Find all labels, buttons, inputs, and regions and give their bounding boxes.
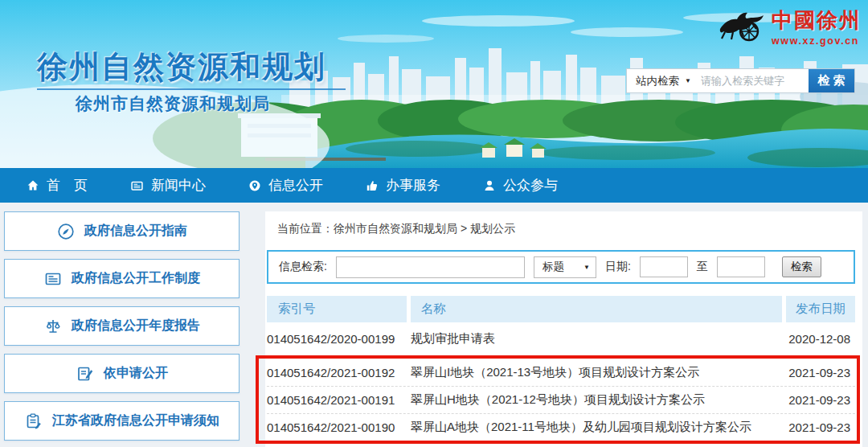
thumbs-up-icon bbox=[366, 179, 379, 192]
filter-search-button[interactable]: 检索 bbox=[782, 256, 821, 277]
newspaper-icon bbox=[43, 269, 63, 289]
date-to-label: 至 bbox=[697, 260, 708, 274]
row-index: 014051642/2021-00191 bbox=[267, 393, 411, 407]
main-panel: 当前位置：徐州市自然资源和规划局 > 规划公示 信息检索: 标题 ▼ 日期: 至… bbox=[265, 211, 862, 447]
row-title-link[interactable]: 翠屏山H地块（2021-12号地块）项目规划设计方案公示 bbox=[411, 392, 782, 408]
chevron-down-icon: ▼ bbox=[685, 77, 691, 84]
table-header: 索引号 名称 发布日期 bbox=[267, 296, 855, 322]
nav-item-label: 信息公开 bbox=[268, 176, 323, 195]
row-title-link[interactable]: 翠屏山I地块（2021-13号地块）项目规划设计方案公示 bbox=[411, 365, 782, 380]
row-date: 2021-09-23 bbox=[782, 420, 855, 434]
scale-icon bbox=[43, 317, 63, 336]
horse-logo-icon bbox=[717, 7, 768, 46]
sidebar-item-label: 依申请公开 bbox=[104, 365, 168, 382]
date-to-input[interactable] bbox=[717, 256, 765, 277]
site-logo[interactable]: 中國徐州 www.xz.gov.cn bbox=[717, 6, 862, 47]
date-from-input[interactable] bbox=[640, 256, 688, 277]
nav-item-label: 首 页 bbox=[47, 176, 88, 195]
table-row[interactable]: 014051642/2021-00190 翠屏山A地块（2021-11号地块）及… bbox=[267, 413, 855, 441]
row-title-link[interactable]: 翠屏山A地块（2021-11号地块）及幼儿园项目规划设计方案公示 bbox=[411, 420, 782, 435]
page-body: 政府信息公开指南 政府信息公开工作制度 政府信息公开年度报告 依申请公开 江苏省… bbox=[0, 203, 868, 447]
row-date: 2021-09-23 bbox=[782, 366, 855, 379]
site-search-button[interactable]: 检 索 bbox=[809, 69, 854, 92]
keyword-label: 信息检索: bbox=[279, 260, 327, 274]
sidebar-item-on-request[interactable]: 依申请公开 bbox=[4, 354, 240, 393]
news-icon bbox=[130, 179, 144, 192]
table-row[interactable]: 014051642/2021-00192 翠屏山I地块（2021-13号地块）项… bbox=[267, 359, 855, 386]
row-index: 014051642/2021-00190 bbox=[267, 420, 411, 434]
row-date: 2020-12-08 bbox=[782, 332, 855, 346]
compass-icon bbox=[56, 222, 76, 241]
keyword-input[interactable] bbox=[336, 256, 525, 278]
main-navbar: 首 页 新闻中心 信息公开 办事服务 公众参与 bbox=[0, 168, 868, 203]
row-date: 2021-09-23 bbox=[782, 393, 855, 407]
sidebar-item-label: 政府信息公开工作制度 bbox=[72, 270, 200, 287]
nav-item-participation[interactable]: 公众参与 bbox=[483, 176, 558, 195]
nav-item-services[interactable]: 办事服务 bbox=[366, 176, 440, 195]
filter-bar: 信息检索: 标题 ▼ 日期: 至 检索 bbox=[267, 250, 855, 284]
nav-item-label: 办事服务 bbox=[386, 176, 440, 195]
site-banner: 徐州自然资源和规划 徐州市自然资源和规划局 中國徐州 www.xz.gov.cn… bbox=[0, 0, 868, 168]
row-index: 014051642/2020-00199 bbox=[267, 332, 411, 346]
clipboard-pen-icon bbox=[24, 412, 43, 431]
sidebar-item-annual-report[interactable]: 政府信息公开年度报告 bbox=[4, 306, 240, 346]
sidebar: 政府信息公开指南 政府信息公开工作制度 政府信息公开年度报告 依申请公开 江苏省… bbox=[4, 211, 240, 447]
table-row[interactable]: 014051642/2020-00199 规划审批申请表 2020-12-08 bbox=[267, 322, 855, 355]
search-scope-label: 站内检索 bbox=[636, 74, 679, 88]
nav-item-label: 公众参与 bbox=[503, 176, 558, 195]
sidebar-item-guide[interactable]: 政府信息公开指南 bbox=[4, 211, 240, 251]
date-label: 日期: bbox=[605, 260, 631, 274]
row-title-link[interactable]: 规划审批申请表 bbox=[411, 331, 782, 347]
logo-url: www.xz.gov.cn bbox=[772, 35, 859, 47]
sidebar-item-label: 政府信息公开年度报告 bbox=[72, 318, 200, 334]
row-index: 014051642/2021-00192 bbox=[267, 366, 411, 379]
field-select[interactable]: 标题 ▼ bbox=[534, 256, 596, 278]
table-row[interactable]: 014051642/2021-00191 翠屏山H地块（2021-12号地块）项… bbox=[267, 386, 855, 413]
search-scope-dropdown[interactable]: 站内检索 ▼ bbox=[627, 69, 698, 92]
breadcrumb: 当前位置：徐州市自然资源和规划局 > 规划公示 bbox=[267, 211, 855, 250]
nav-item-info[interactable]: 信息公开 bbox=[248, 176, 323, 195]
nav-item-news[interactable]: 新闻中心 bbox=[130, 176, 206, 195]
sidebar-item-work-system[interactable]: 政府信息公开工作制度 bbox=[4, 259, 240, 298]
column-header-date: 发布日期 bbox=[786, 296, 855, 322]
column-header-index: 索引号 bbox=[267, 296, 407, 322]
sidebar-item-label: 江苏省政府信息公开申请须知 bbox=[52, 412, 219, 429]
site-search-bar: 站内检索 ▼ 检 索 bbox=[626, 68, 855, 93]
nav-item-home[interactable]: 首 页 bbox=[27, 176, 88, 195]
site-title: 徐州自然资源和规划 bbox=[37, 47, 326, 88]
highlight-box: 014051642/2021-00192 翠屏山I地块（2021-13号地块）项… bbox=[256, 355, 860, 444]
home-icon bbox=[27, 179, 39, 192]
nav-item-label: 新闻中心 bbox=[151, 176, 206, 195]
chevron-down-icon: ▼ bbox=[583, 264, 590, 271]
person-icon bbox=[483, 179, 496, 192]
site-subtitle: 徐州市自然资源和规划局 bbox=[76, 92, 270, 115]
location-globe-icon bbox=[248, 179, 261, 192]
site-search-input[interactable] bbox=[698, 69, 809, 92]
column-header-name: 名称 bbox=[411, 296, 782, 322]
pen-document-icon bbox=[76, 364, 95, 383]
title-underline bbox=[37, 88, 346, 90]
logo-wordmark: 中國徐州 bbox=[772, 6, 862, 35]
field-select-value: 标题 bbox=[542, 260, 564, 274]
sidebar-item-label: 政府信息公开指南 bbox=[84, 223, 187, 240]
sidebar-item-application-notice[interactable]: 江苏省政府信息公开申请须知 bbox=[4, 401, 240, 441]
